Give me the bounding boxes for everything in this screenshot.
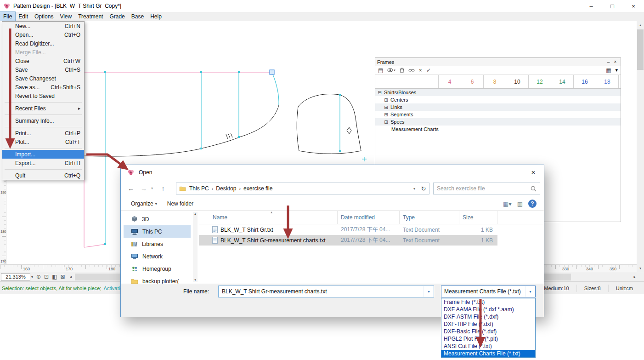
- menu-item-revert-to-saved[interactable]: Revert to Saved: [2, 91, 84, 100]
- scroll-down-icon[interactable]: ▾: [193, 278, 198, 282]
- crosshair-icon[interactable]: ⊕: [36, 273, 41, 281]
- menu-item-recent-files[interactable]: Recent Files▸: [2, 104, 84, 113]
- expand-icon[interactable]: ⊞: [384, 105, 389, 110]
- menu-options[interactable]: Options: [31, 12, 56, 21]
- file-row[interactable]: BLK_W_T Shirt Gr.txt 2017/7/28 下午 04... …: [199, 224, 497, 235]
- menu-item-save-changeset[interactable]: Save Changeset: [2, 74, 84, 83]
- scroll-right-icon[interactable]: ▸: [633, 274, 636, 279]
- zoom-level-input[interactable]: 21.313%: [1, 273, 30, 281]
- menu-item-save[interactable]: SaveCtrl+S: [2, 65, 84, 74]
- link-icon[interactable]: [408, 69, 415, 72]
- minimize-button[interactable]: –: [581, 0, 602, 12]
- column-header-size[interactable]: Size: [459, 211, 497, 224]
- tree-item-shirts-blouses[interactable]: ⊟ Shirts/Blouses: [375, 89, 621, 96]
- sidebar-item-backup-plotter[interactable]: backup plotter(: [124, 275, 191, 284]
- trash-icon[interactable]: [400, 68, 404, 73]
- sidebar-scrollbar[interactable]: ▴ ▾: [193, 212, 198, 282]
- sidebar-item-network[interactable]: Network: [124, 250, 191, 263]
- scroll-up-icon[interactable]: ▴: [637, 21, 644, 29]
- column-header-name[interactable]: Name: [199, 211, 338, 224]
- new-folder-button[interactable]: New folder: [167, 200, 193, 207]
- tree-item-segments[interactable]: ⊞ Segments: [375, 111, 621, 118]
- menu-item-print[interactable]: Print...Ctrl+P: [2, 129, 84, 137]
- scroll-down-icon[interactable]: ▾: [637, 264, 644, 272]
- size-column-10[interactable]: 10: [506, 75, 529, 88]
- menu-help[interactable]: Help: [147, 12, 165, 21]
- tree-item-centers[interactable]: ⊞ Centers: [375, 96, 621, 103]
- lock-icon[interactable]: ⊠: [60, 273, 65, 281]
- vertical-scrollbar[interactable]: ▴ ▾: [637, 21, 644, 272]
- file-type-option-ansi-cut[interactable]: ANSI Cut File (*.txt): [441, 343, 535, 350]
- column-header-date-modified[interactable]: Date modified: [338, 211, 400, 224]
- maximize-button[interactable]: □: [602, 0, 623, 12]
- tree-item-links[interactable]: ⊞ Links: [375, 103, 621, 111]
- size-column-14[interactable]: 14: [551, 75, 574, 88]
- sidebar-item-this-pc[interactable]: This PC: [124, 225, 191, 238]
- apply-check-icon[interactable]: ✓: [426, 67, 431, 74]
- view-mode-icon[interactable]: ▦▾: [503, 200, 512, 207]
- size-column-12[interactable]: 12: [529, 75, 551, 88]
- menu-item-new[interactable]: New...Ctrl+N: [2, 22, 84, 30]
- zoom-caret-icon[interactable]: ▾: [31, 275, 33, 279]
- size-column-18[interactable]: 18: [596, 75, 619, 88]
- close-button[interactable]: ×: [623, 0, 644, 12]
- up-icon[interactable]: ↑: [158, 183, 169, 194]
- column-picker-icon[interactable]: ▦: [606, 67, 611, 74]
- refresh-icon[interactable]: ↻: [418, 183, 429, 194]
- address-caret-icon[interactable]: ▾: [413, 187, 415, 191]
- history-caret-icon[interactable]: ▾: [151, 186, 153, 190]
- size-column-6[interactable]: 6: [461, 75, 484, 88]
- column-header-type[interactable]: Type: [400, 211, 459, 224]
- help-icon[interactable]: ?: [528, 200, 537, 208]
- back-icon[interactable]: ←: [125, 183, 136, 194]
- size-column-16[interactable]: 16: [574, 75, 596, 88]
- size-column-4[interactable]: 4: [439, 75, 461, 88]
- file-name-caret-icon[interactable]: ▾: [424, 286, 434, 297]
- file-type-option-dxf-aama[interactable]: DXF AAMA File (*.dxf *.aam): [441, 306, 535, 313]
- menu-item-open[interactable]: Open...Ctrl+O: [2, 30, 84, 39]
- tree-item-measurement-charts[interactable]: Measurement Charts: [375, 126, 621, 133]
- expand-icon[interactable]: ⊞: [384, 97, 389, 103]
- menu-item-quit[interactable]: QuitCtrl+Q: [2, 171, 84, 180]
- menu-item-export[interactable]: Export...Ctrl+H: [2, 159, 84, 167]
- dialog-close-button[interactable]: ×: [523, 165, 544, 179]
- scroll-up-icon[interactable]: ▴: [194, 212, 196, 215]
- split-view-icon[interactable]: ◧: [52, 273, 57, 281]
- file-type-combo[interactable]: Measurement Charts File (*.txt) ▾: [441, 286, 536, 297]
- menu-edit[interactable]: Edit: [15, 12, 31, 21]
- file-type-option-dxf-basic[interactable]: DXF-Basic File (*.dxf): [441, 328, 535, 335]
- sidebar-item-3d-objects[interactable]: 3D: [124, 213, 191, 225]
- file-name-input[interactable]: [219, 288, 424, 295]
- frames-close-button[interactable]: ×: [612, 59, 619, 64]
- expand-icon[interactable]: ⊞: [384, 120, 389, 125]
- menu-item-import[interactable]: Import...: [2, 150, 84, 159]
- file-type-option-measurement-charts[interactable]: Measurement Charts File (*.txt): [441, 350, 535, 357]
- search-input[interactable]: [437, 185, 531, 192]
- preview-pane-icon[interactable]: ▥: [517, 200, 523, 207]
- tree-item-specs[interactable]: ⊞ Specs: [375, 118, 621, 126]
- spec-table-icon[interactable]: ▤: [378, 67, 383, 74]
- delete-cross-icon[interactable]: ×: [419, 67, 422, 74]
- menu-file[interactable]: File: [0, 12, 15, 21]
- menu-item-summary-info[interactable]: Summary Info...: [2, 116, 84, 125]
- sidebar-item-homegroup[interactable]: Homegroup: [124, 263, 191, 275]
- file-row-selected[interactable]: BLK_W_T Shirt Gr-measurement charts.txt …: [199, 235, 497, 246]
- menu-treatment[interactable]: Treatment: [75, 12, 106, 21]
- menu-item-plot[interactable]: Plot...Ctrl+T: [2, 137, 84, 146]
- expand-icon[interactable]: ⊞: [384, 112, 389, 117]
- menu-view[interactable]: View: [56, 12, 75, 21]
- file-type-option-dxf-astm[interactable]: DXF-ASTM File (*.dxf): [441, 313, 535, 320]
- sidebar-item-libraries[interactable]: Libraries: [124, 238, 191, 250]
- address-bar[interactable]: This PC › Desktop › exercise file ▾: [176, 183, 418, 194]
- menu-item-save-as[interactable]: Save as...Ctrl+Shift+S: [2, 83, 84, 91]
- breadcrumb-this-pc[interactable]: This PC: [189, 185, 209, 192]
- size-column-8[interactable]: 8: [484, 75, 506, 88]
- fit-view-icon[interactable]: ⊡: [44, 273, 49, 281]
- forward-icon[interactable]: →: [138, 183, 149, 194]
- organize-button[interactable]: Organize ▾: [131, 200, 157, 207]
- breadcrumb-desktop[interactable]: Desktop: [216, 185, 236, 192]
- menu-grade[interactable]: Grade: [106, 12, 128, 21]
- frames-minimize-button[interactable]: –: [605, 59, 612, 64]
- scroll-left-icon[interactable]: ◂: [70, 274, 72, 279]
- visibility-eye-icon[interactable]: ▾: [387, 67, 395, 74]
